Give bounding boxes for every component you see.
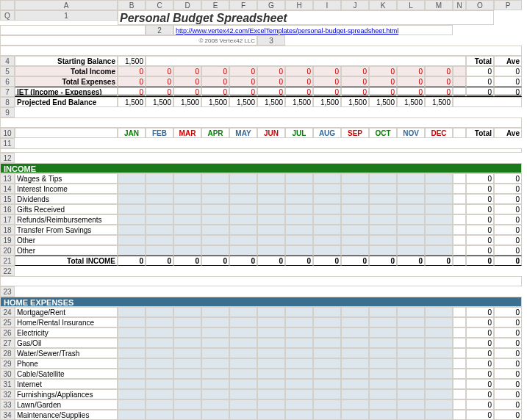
income-cell-0-3[interactable]: [201, 173, 229, 184]
income-cell-1-1[interactable]: [146, 184, 173, 194]
income-cell-0-4[interactable]: [229, 173, 257, 184]
income-cell-6-7[interactable]: [313, 235, 341, 245]
income-cell-2-7[interactable]: [313, 194, 341, 204]
income-cell-7-0[interactable]: [118, 245, 146, 256]
home-item-7[interactable]: Internet: [15, 379, 118, 389]
col-header-Q[interactable]: Q: [0, 10, 15, 21]
col-header-E[interactable]: E: [201, 0, 229, 10]
home-cell-1-7[interactable]: [313, 317, 341, 327]
income-cell-2-2[interactable]: [173, 194, 201, 204]
home-cell-2-9[interactable]: [369, 327, 397, 338]
income-cell-4-1[interactable]: [146, 214, 173, 225]
home-item-5[interactable]: Phone: [15, 358, 118, 369]
home-cell-0-1[interactable]: [146, 307, 173, 317]
col-header-B[interactable]: B: [118, 0, 146, 10]
row-header-33[interactable]: 33: [0, 399, 15, 410]
income-cell-4-7[interactable]: [313, 214, 341, 225]
row-header-15[interactable]: 15: [0, 194, 15, 204]
income-cell-6-0[interactable]: [118, 235, 146, 245]
income-cell-6-1[interactable]: [146, 235, 173, 245]
home-cell-7-3[interactable]: [201, 379, 229, 389]
home-item-3[interactable]: Gas/Oil: [15, 338, 118, 348]
home-cell-7-0[interactable]: [118, 379, 146, 389]
home-cell-1-8[interactable]: [341, 317, 369, 327]
home-cell-1-10[interactable]: [397, 317, 425, 327]
col-header-J[interactable]: J: [341, 0, 369, 10]
row-header-26[interactable]: 26: [0, 327, 15, 338]
home-cell-6-5[interactable]: [257, 369, 285, 379]
income-cell-3-11[interactable]: [425, 204, 453, 214]
starting-balance-value[interactable]: 1,500: [118, 56, 146, 66]
home-cell-4-5[interactable]: [257, 348, 285, 358]
home-cell-0-4[interactable]: [229, 307, 257, 317]
home-cell-4-0[interactable]: [118, 348, 146, 358]
home-cell-2-1[interactable]: [146, 327, 173, 338]
income-cell-0-5[interactable]: [257, 173, 285, 184]
home-cell-8-10[interactable]: [397, 389, 425, 399]
income-cell-3-2[interactable]: [173, 204, 201, 214]
income-item-3[interactable]: Gifts Received: [15, 204, 118, 214]
income-cell-5-7[interactable]: [313, 225, 341, 235]
home-cell-4-11[interactable]: [425, 348, 453, 358]
col-header-A[interactable]: A: [15, 0, 118, 10]
home-cell-9-3[interactable]: [201, 399, 229, 410]
home-cell-4-4[interactable]: [229, 348, 257, 358]
home-cell-5-6[interactable]: [285, 358, 313, 369]
home-cell-8-9[interactable]: [369, 389, 397, 399]
home-cell-10-1[interactable]: [146, 410, 173, 420]
row-header-7[interactable]: 7: [0, 87, 15, 97]
home-cell-1-4[interactable]: [229, 317, 257, 327]
income-cell-7-2[interactable]: [173, 245, 201, 256]
income-cell-5-1[interactable]: [146, 225, 173, 235]
home-cell-0-2[interactable]: [173, 307, 201, 317]
income-item-2[interactable]: Dividends: [15, 194, 118, 204]
home-cell-5-4[interactable]: [229, 358, 257, 369]
col-header-G[interactable]: G: [257, 0, 285, 10]
income-cell-0-7[interactable]: [313, 173, 341, 184]
income-cell-3-1[interactable]: [146, 204, 173, 214]
row-header-13[interactable]: 13: [0, 173, 15, 184]
col-header-M[interactable]: M: [425, 0, 453, 10]
home-cell-9-7[interactable]: [313, 399, 341, 410]
row-header-5[interactable]: 5: [0, 66, 15, 76]
income-cell-3-8[interactable]: [341, 204, 369, 214]
income-cell-2-9[interactable]: [369, 194, 397, 204]
home-cell-10-4[interactable]: [229, 410, 257, 420]
home-cell-1-1[interactable]: [146, 317, 173, 327]
home-cell-1-0[interactable]: [118, 317, 146, 327]
home-cell-5-11[interactable]: [425, 358, 453, 369]
row-header-30[interactable]: 30: [0, 369, 15, 379]
row-header-29[interactable]: 29: [0, 358, 15, 369]
home-cell-0-0[interactable]: [118, 307, 146, 317]
home-cell-6-2[interactable]: [173, 369, 201, 379]
home-cell-1-11[interactable]: [425, 317, 453, 327]
col-header-F[interactable]: F: [229, 0, 257, 10]
income-cell-6-6[interactable]: [285, 235, 313, 245]
col-header-K[interactable]: K: [369, 0, 397, 10]
income-cell-4-10[interactable]: [397, 214, 425, 225]
home-cell-8-1[interactable]: [146, 389, 173, 399]
row-header-19[interactable]: 19: [0, 235, 15, 245]
col-header-N[interactable]: N: [453, 0, 466, 10]
home-cell-6-11[interactable]: [425, 369, 453, 379]
home-cell-5-10[interactable]: [397, 358, 425, 369]
home-cell-7-8[interactable]: [341, 379, 369, 389]
home-cell-8-4[interactable]: [229, 389, 257, 399]
col-header-H[interactable]: H: [285, 0, 313, 10]
home-cell-3-7[interactable]: [313, 338, 341, 348]
row-header-2[interactable]: 2: [146, 25, 173, 35]
income-cell-6-8[interactable]: [341, 235, 369, 245]
home-item-1[interactable]: Home/Rental Insurance: [15, 317, 118, 327]
home-cell-8-5[interactable]: [257, 389, 285, 399]
income-cell-1-5[interactable]: [257, 184, 285, 194]
income-cell-0-0[interactable]: [118, 173, 146, 184]
income-cell-1-6[interactable]: [285, 184, 313, 194]
income-item-7[interactable]: Other: [15, 245, 118, 256]
home-cell-10-5[interactable]: [257, 410, 285, 420]
home-cell-7-1[interactable]: [146, 379, 173, 389]
income-cell-7-10[interactable]: [397, 245, 425, 256]
col-header-P[interactable]: P: [494, 0, 522, 10]
home-cell-2-10[interactable]: [397, 327, 425, 338]
home-cell-3-6[interactable]: [285, 338, 313, 348]
row-header-9[interactable]: 9: [0, 107, 15, 117]
